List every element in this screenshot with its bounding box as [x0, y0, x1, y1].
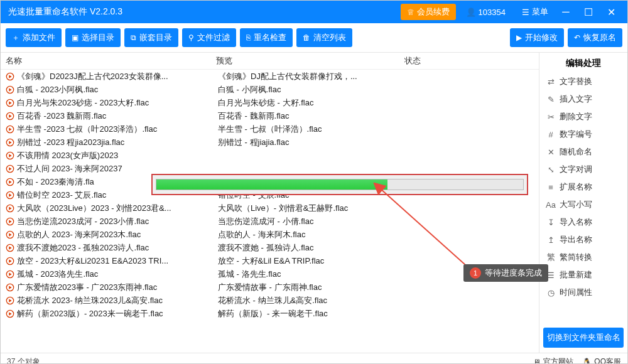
table-row[interactable]: 点歌的人 2023- 海来阿2023木.flac点歌的人 - 海来阿木.flac	[1, 228, 539, 241]
audio-file-icon	[6, 178, 14, 186]
cell-preview: 百花香 - 魏新雨.flac	[218, 110, 406, 122]
status-bar: 37 个对象 🖥官方网站 🐧QQ客服	[1, 353, 627, 364]
cell-name: 大风吹（2023Live）2023 - 刘惜2023君&...	[17, 203, 218, 214]
file-filter-button[interactable]: ⚲文件过滤	[182, 28, 236, 47]
side-item[interactable]: ≡扩展名称	[543, 178, 624, 196]
play-icon: ▶	[516, 33, 522, 42]
col-status[interactable]: 状态	[404, 55, 534, 67]
menu-button[interactable]: ☰菜单	[516, 4, 555, 20]
col-preview[interactable]: 预览	[216, 55, 404, 67]
select-dir-button[interactable]: ▣选择目录	[65, 28, 121, 47]
side-item[interactable]: ✎插入文字	[543, 90, 624, 108]
cell-preview: 解药（新版）- 来一碗老干.flac	[218, 308, 406, 319]
file-list: 名称 预览 状态 《剑魂》D2023J配上古代2023女装群像...《剑魂》DJ…	[1, 53, 539, 353]
vip-renew-button[interactable]: ♕会员续费	[401, 4, 456, 20]
table-row[interactable]: 大风吹（2023Live）2023 - 刘惜2023君&...大风吹（Live）…	[1, 201, 539, 215]
audio-file-icon	[6, 296, 14, 305]
restore-button[interactable]: ↶恢复原名	[568, 28, 622, 47]
table-row[interactable]: 渡我不渡她2023 - 孤独2023诗人.flac渡我不渡她 - 孤独诗人.fl…	[1, 241, 539, 254]
side-item-icon: #	[546, 130, 556, 139]
start-button[interactable]: ▶开始修改	[510, 28, 564, 47]
annotation-text: 等待进度条完成	[485, 267, 542, 279]
side-item-icon: ✕	[546, 147, 556, 157]
dup-check-button[interactable]: ⎘重名检查	[240, 28, 293, 47]
side-item-label: 删除文字	[560, 111, 592, 122]
cell-preview: 点歌的人 - 海来阿木.flac	[218, 229, 406, 240]
side-item[interactable]: ⇄文字替换	[543, 73, 624, 90]
side-item[interactable]: ✂删除文字	[543, 108, 624, 126]
annotation-tooltip: 1 等待进度条完成	[463, 264, 548, 282]
table-row[interactable]: 《剑魂》D2023J配上古代2023女装群像...《剑魂》DJ配上古代女装群像打…	[1, 70, 539, 83]
table-row[interactable]: 不过人间 2023- 海来阿20237	[1, 162, 539, 175]
cell-preview: 别错过 - 程jiajia.flac	[218, 137, 406, 148]
side-item-label: 批量新建	[560, 269, 592, 281]
side-item[interactable]: ↧导入名称	[543, 213, 624, 231]
side-item-icon: ✂	[546, 112, 556, 122]
nested-dir-button[interactable]: ⧉嵌套目录	[124, 28, 178, 47]
cell-name: 孤城 - 2023洛先生.flac	[17, 269, 218, 280]
table-row[interactable]: 百花香 -2023 魏新雨.flac百花香 - 魏新雨.flac	[1, 109, 539, 122]
official-site-link[interactable]: 🖥官方网站	[533, 356, 573, 364]
close-button[interactable]: ✕	[600, 6, 622, 18]
side-item-label: 文字替换	[560, 76, 592, 87]
table-row[interactable]: 不该用情 2023(女声版)2023	[1, 149, 539, 162]
audio-file-icon	[6, 244, 14, 252]
table-row[interactable]: 白月光与朱2023砂痣 - 2023大籽.flac白月光与朱砂痣 - 大籽.fl…	[1, 96, 539, 109]
side-item[interactable]: Aa大写小写	[543, 196, 624, 213]
progress-dialog	[151, 174, 528, 195]
table-row[interactable]: 白狐 - 2023小阿枫.flac白狐 - 小阿枫.flac	[1, 83, 539, 96]
side-item[interactable]: 繁繁简转换	[543, 249, 624, 266]
side-item[interactable]: ☰批量新建	[543, 266, 624, 284]
table-row[interactable]: 孤城 - 2023洛先生.flac孤城 - 洛先生.flac	[1, 267, 539, 281]
cell-preview: 花桥流水 - 纳兰珠儿&高安.flac	[218, 295, 406, 306]
side-item-icon: Aa	[546, 200, 556, 210]
audio-file-icon	[6, 217, 14, 226]
folder-icon: ▣	[72, 33, 78, 42]
audio-file-icon	[6, 204, 14, 213]
table-row[interactable]: 解药（新2023版）- 2023来一碗老干.flac解药（新版）- 来一碗老干.…	[1, 307, 539, 320]
side-item-label: 数字编号	[560, 129, 592, 140]
table-row[interactable]: 花桥流水 2023- 纳兰珠2023儿&高安.flac花桥流水 - 纳兰珠儿&高…	[1, 294, 539, 307]
cell-name: 点歌的人 2023- 海来阿2023木.flac	[17, 229, 218, 240]
main-area: 名称 预览 状态 《剑魂》D2023J配上古代2023女装群像...《剑魂》DJ…	[1, 53, 627, 353]
side-item-label: 大写小写	[560, 199, 592, 210]
clear-list-button[interactable]: 🗑清空列表	[296, 28, 352, 47]
maximize-button[interactable]: ☐	[577, 6, 600, 18]
audio-file-icon	[6, 309, 14, 318]
audio-file-icon	[6, 72, 14, 81]
audio-file-icon	[6, 85, 14, 94]
cell-preview: 当悲伤逆流成河 - 小倩.flac	[218, 216, 406, 227]
side-item[interactable]: #数字编号	[543, 126, 624, 143]
side-item[interactable]: ↥导出名称	[543, 231, 624, 249]
progress-fill	[156, 179, 387, 190]
list-body[interactable]: 《剑魂》D2023J配上古代2023女装群像...《剑魂》DJ配上古代女装群像打…	[1, 70, 539, 353]
cell-preview: 半生雪 - 七叔（叶泽浩）.flac	[218, 124, 406, 135]
cell-name: 白月光与朱2023砂痣 - 2023大籽.flac	[17, 97, 218, 109]
cell-preview: 《剑魂》DJ配上古代女装群像打戏，...	[218, 71, 406, 82]
audio-file-icon	[6, 257, 14, 265]
side-item[interactable]: ✕随机命名	[543, 143, 624, 161]
col-name[interactable]: 名称	[6, 55, 216, 67]
table-row[interactable]: 放空 - 2023大籽&Li20231 E&A2023 TRI...放空 - 大…	[1, 254, 539, 267]
undo-icon: ↶	[574, 33, 580, 42]
title-bar: 光速批量重命名软件 V2.2.0.3 ♕会员续费 👤103354 ☰菜单 ─ ☐…	[1, 1, 627, 23]
user-id[interactable]: 👤103354	[460, 5, 512, 19]
side-item-icon: ≡	[546, 183, 556, 192]
cell-name: 放空 - 2023大籽&Li20231 E&A2023 TRI...	[17, 255, 218, 267]
progress-bar	[156, 179, 524, 190]
minimize-button[interactable]: ─	[555, 6, 577, 18]
side-item[interactable]: ◷时间属性	[543, 284, 624, 301]
object-count: 37 个对象	[7, 356, 40, 364]
table-row[interactable]: 广东爱情故2023事 - 广2023东雨神.flac广东爱情故事 - 广东雨神.…	[1, 281, 539, 294]
table-row[interactable]: 别错过 -2023 程jia2023jia.flac别错过 - 程jiajia.…	[1, 136, 539, 149]
audio-file-icon	[6, 164, 14, 173]
table-row[interactable]: 半生雪 -2023 七叔（叶2023泽浩）.flac半生雪 - 七叔（叶泽浩）.…	[1, 122, 539, 136]
audio-file-icon	[6, 112, 14, 120]
switch-mode-button[interactable]: 切换到文件夹重命名	[543, 328, 624, 348]
side-item-label: 文字对调	[560, 164, 592, 175]
table-row[interactable]: 当悲伤逆流2023成河 - 2023小倩.flac当悲伤逆流成河 - 小倩.fl…	[1, 215, 539, 228]
add-file-button[interactable]: ＋添加文件	[6, 28, 62, 47]
qq-support-link[interactable]: 🐧QQ客服	[582, 356, 621, 364]
crown-icon: ♕	[407, 8, 414, 17]
side-item[interactable]: ⤡文字对调	[543, 161, 624, 178]
